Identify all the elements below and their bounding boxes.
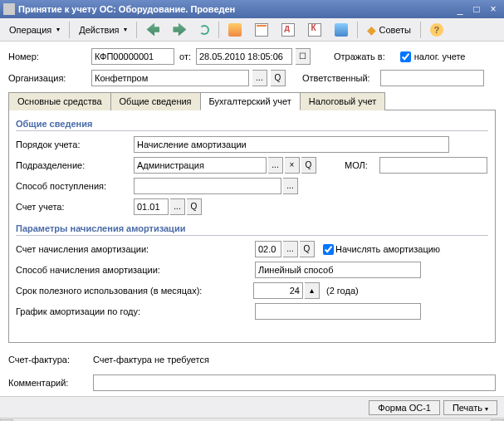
tip-icon: ◆ xyxy=(367,23,376,37)
account-lookup-button[interactable]: Q xyxy=(187,198,202,215)
invoice-label: Счет-фактура: xyxy=(8,355,88,365)
doc1-button[interactable] xyxy=(249,20,274,40)
close-button[interactable]: × xyxy=(486,2,501,16)
tab-panel: Общие сведения Порядок учета: Подразделе… xyxy=(8,110,496,343)
account-field[interactable] xyxy=(134,198,169,215)
org-field[interactable] xyxy=(91,70,249,86)
life-field[interactable] xyxy=(253,282,303,299)
tax-check-label: налог. учете xyxy=(414,51,466,61)
tab-accounting[interactable]: Бухгалтерский учет xyxy=(200,92,301,110)
number-label: Номер: xyxy=(8,51,88,61)
app-icon xyxy=(3,3,15,15)
receipt-label: Способ поступления: xyxy=(16,181,132,191)
forward-button[interactable] xyxy=(167,20,192,40)
doc2-button[interactable] xyxy=(276,20,301,40)
dept-lookup-button[interactable]: Q xyxy=(301,157,316,174)
account-label: Счет учета: xyxy=(16,202,132,212)
receipt-field[interactable] xyxy=(134,178,281,194)
dept-clear-button[interactable]: × xyxy=(285,157,300,174)
form-os1-button[interactable]: Форма ОС-1 xyxy=(369,400,440,415)
org-lookup-button[interactable]: Q xyxy=(271,70,286,86)
tree-icon xyxy=(335,23,348,37)
comment-field[interactable] xyxy=(93,374,496,391)
horizontal-scrollbar[interactable]: ◄ ► xyxy=(0,418,504,421)
mol-field[interactable] xyxy=(379,157,487,174)
comment-label: Комментарий: xyxy=(8,378,88,388)
maximize-button[interactable]: □ xyxy=(469,2,484,16)
deprec-acc-select-button[interactable]: ... xyxy=(283,241,298,257)
save-icon xyxy=(228,23,242,37)
deprec-acc-lookup-button[interactable]: Q xyxy=(300,241,315,257)
tree-button[interactable] xyxy=(329,20,354,40)
reflect-label: Отражать в: xyxy=(334,51,385,61)
org-select-button[interactable]: ... xyxy=(252,70,267,86)
responsible-field[interactable] xyxy=(380,70,484,86)
invoice-value: Счет-фактура не требуется xyxy=(93,355,209,365)
deprec-acc-label: Счет начисления амортизации: xyxy=(16,244,203,254)
dept-label: Подразделение: xyxy=(16,160,132,170)
section-deprec-title: Параметры начисления амортизации xyxy=(16,222,488,236)
graph-label: График амортизации по году: xyxy=(16,306,203,316)
doc-k-icon xyxy=(308,23,321,37)
help-button[interactable]: ? xyxy=(424,20,449,40)
actions-menu[interactable]: Действия xyxy=(73,22,133,38)
doc3-button[interactable] xyxy=(302,20,327,40)
method-label: Способ начисления амортизации: xyxy=(16,265,203,275)
ot-label: от: xyxy=(178,51,193,61)
order-field[interactable] xyxy=(134,136,449,153)
number-field[interactable] xyxy=(91,48,174,65)
minimize-button[interactable]: _ xyxy=(453,2,467,16)
life-label: Срок полезного использования (в месяцах)… xyxy=(16,286,252,296)
print-button[interactable]: Печать xyxy=(443,400,497,415)
date-field[interactable] xyxy=(196,48,292,65)
bottom-bar: Форма ОС-1 Печать xyxy=(0,396,504,418)
refresh-button[interactable] xyxy=(193,22,215,38)
titlebar: Принятие к учету ОС: Оборудование. Прове… xyxy=(0,0,504,18)
save-button[interactable] xyxy=(223,20,247,40)
arrow-left-icon xyxy=(146,23,159,37)
org-label: Организация: xyxy=(8,73,88,83)
life-stepper-button[interactable]: ▴ xyxy=(305,282,320,299)
responsible-label: Ответственный: xyxy=(302,73,377,83)
window-title: Принятие к учету ОС: Оборудование. Прове… xyxy=(18,4,451,14)
dept-select-button[interactable]: ... xyxy=(268,157,283,174)
method-field[interactable] xyxy=(255,262,421,278)
charge-check-label: Начислять амортизацию xyxy=(335,244,440,254)
doc-icon xyxy=(255,23,268,37)
graph-field[interactable] xyxy=(255,303,421,320)
refresh-icon xyxy=(199,25,209,35)
receipt-select-button[interactable]: ... xyxy=(283,178,298,194)
tax-checkbox[interactable] xyxy=(400,51,411,62)
doc-d-icon xyxy=(281,23,295,37)
tab-general[interactable]: Общие сведения xyxy=(110,92,201,110)
tips-button[interactable]: ◆Советы xyxy=(361,20,416,40)
life-hint: (2 года) xyxy=(321,286,359,296)
operation-menu[interactable]: Операция xyxy=(3,22,66,38)
dept-field[interactable] xyxy=(134,157,267,174)
help-icon: ? xyxy=(430,23,443,37)
deprec-acc-field[interactable] xyxy=(255,241,281,257)
account-select-button[interactable]: ... xyxy=(170,198,185,215)
date-picker-button[interactable]: ☐ xyxy=(296,48,311,65)
charge-checkbox[interactable] xyxy=(323,244,334,255)
toolbar: Операция Действия ◆Советы ? xyxy=(0,18,504,42)
section-general-title: Общие сведения xyxy=(16,117,488,131)
tab-main-assets[interactable]: Основные средства xyxy=(8,92,111,110)
back-button[interactable] xyxy=(140,20,165,40)
mol-label: МОЛ: xyxy=(345,160,378,170)
tabs: Основные средства Общие сведения Бухгалт… xyxy=(8,91,496,110)
order-label: Порядок учета: xyxy=(16,140,132,149)
arrow-right-icon xyxy=(173,23,186,37)
tab-tax[interactable]: Налоговый учет xyxy=(300,92,386,110)
